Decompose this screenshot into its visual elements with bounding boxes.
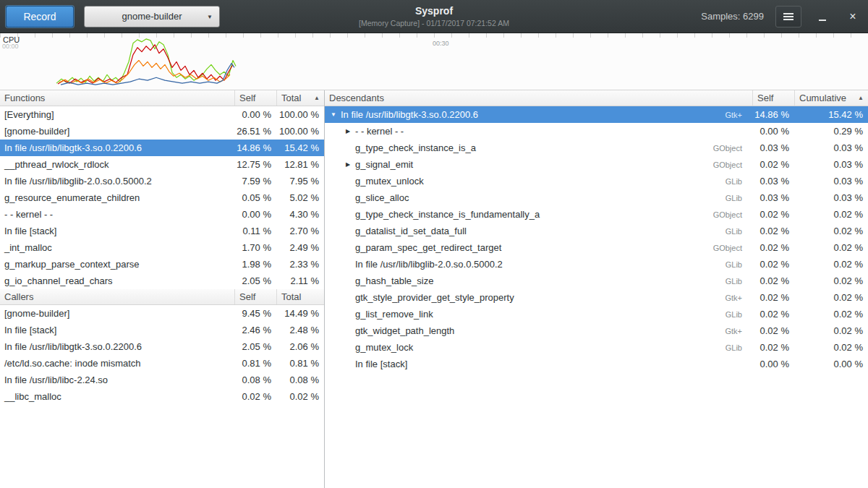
table-row[interactable]: /etc/ld.so.cache: inode mismatch0.81 %0.… <box>0 355 324 372</box>
function-name: In file /usr/lib/libgtk-3.so.0.2200.6 <box>0 142 234 153</box>
descendants-row[interactable]: gtk_style_provider_get_style_propertyGtk… <box>325 289 868 306</box>
cumulative-percent: 0.02 % <box>794 209 868 220</box>
self-percent: 0.02 % <box>752 226 794 236</box>
library-tag: Gtk+ <box>725 111 752 119</box>
cumulative-percent: 15.42 % <box>794 109 868 120</box>
table-row[interactable]: In file /usr/lib/libglib-2.0.so.0.5000.2… <box>0 173 324 189</box>
descendants-row[interactable]: g_type_check_instance_is_fundamentally_a… <box>325 206 868 223</box>
descendants-row[interactable]: g_param_spec_get_redirect_targetGObject0… <box>325 239 868 256</box>
self-percent: 0.02 % <box>752 292 794 303</box>
table-row[interactable]: _int_malloc1.70 %2.49 % <box>0 239 324 256</box>
record-button[interactable]: Record <box>6 6 74 27</box>
descendants-row[interactable]: g_type_check_instance_is_aGObject0.03 %0… <box>325 140 868 156</box>
minimize-button[interactable] <box>813 6 832 27</box>
descendants-self-column-header[interactable]: Self <box>752 90 794 106</box>
chevron-down-icon: ▼ <box>207 14 213 20</box>
descendants-row[interactable]: In file /usr/lib/libglib-2.0.so.0.5000.2… <box>325 256 868 273</box>
descendants-row[interactable]: g_list_remove_linkGLib0.02 %0.02 % <box>325 306 868 322</box>
total-percent: 4.30 % <box>276 209 324 220</box>
library-tag: GObject <box>713 244 752 252</box>
cumulative-percent: 0.03 % <box>794 192 868 203</box>
function-name: [gnome-builder] <box>0 126 234 137</box>
table-row[interactable]: g_markup_parse_context_parse1.98 %2.33 % <box>0 256 324 273</box>
functions-column-headers: Functions Self Total ▲ <box>0 90 324 106</box>
self-percent: 2.05 % <box>234 275 276 286</box>
cumulative-percent: 0.02 % <box>794 242 868 253</box>
callers-column-header[interactable]: Callers <box>0 289 234 304</box>
functions-self-column-header[interactable]: Self <box>234 90 276 106</box>
descendants-row[interactable]: ▶- - kernel - -0.00 %0.29 % <box>325 123 868 140</box>
table-row[interactable]: In file /usr/lib/libgtk-3.so.0.2200.614.… <box>0 140 324 156</box>
library-tag: GLib <box>726 260 752 269</box>
total-percent: 2.70 % <box>276 226 324 236</box>
hamburger-icon <box>783 13 793 20</box>
cumulative-percent: 0.03 % <box>794 142 868 153</box>
table-row[interactable]: __pthread_rwlock_rdlock12.75 %12.81 % <box>0 156 324 173</box>
descendants-row[interactable]: ▶g_signal_emitGObject0.02 %0.03 % <box>325 156 868 173</box>
descendants-row[interactable]: g_datalist_id_set_data_fullGLib0.02 %0.0… <box>325 223 868 239</box>
process-selector-dropdown[interactable]: gnome-builder ▼ <box>84 6 220 27</box>
table-row[interactable]: In file /usr/lib/libc-2.24.so0.08 %0.08 … <box>0 372 324 388</box>
descendants-row[interactable]: g_mutex_unlockGLib0.03 %0.03 % <box>325 173 868 189</box>
table-row[interactable]: In file /usr/lib/libgtk-3.so.0.2200.62.0… <box>0 338 324 355</box>
table-row[interactable]: - - kernel - -0.00 %4.30 % <box>0 206 324 223</box>
callers-self-column-header[interactable]: Self <box>234 289 276 304</box>
time-label-start: 00:00 <box>2 43 19 50</box>
table-row[interactable]: In file [stack]2.46 %2.48 % <box>0 322 324 338</box>
library-tag: GLib <box>726 227 752 236</box>
expander-open-icon[interactable]: ▼ <box>328 111 339 118</box>
descendants-row[interactable]: g_hash_table_sizeGLib0.02 %0.02 % <box>325 273 868 289</box>
expander-closed-icon[interactable]: ▶ <box>342 161 354 168</box>
self-percent: 0.81 % <box>234 358 276 369</box>
function-name: g_mutex_lock <box>354 342 726 353</box>
cpu-line-blue <box>61 63 234 85</box>
total-column-label: Total <box>281 93 301 103</box>
table-row[interactable]: In file [stack]0.11 %2.70 % <box>0 223 324 239</box>
function-name: In file /usr/lib/libglib-2.0.so.0.5000.2 <box>0 176 234 187</box>
descendants-row[interactable]: gtk_widget_path_lengthGtk+0.02 %0.02 % <box>325 322 868 339</box>
library-tag: GLib <box>726 277 752 286</box>
library-tag: GLib <box>726 310 752 319</box>
table-row[interactable]: [Everything]0.00 %100.00 % <box>0 106 324 123</box>
descendants-list: ▼In file /usr/lib/libgtk-3.so.0.2200.6Gt… <box>325 106 868 372</box>
function-name: - - kernel - - <box>354 126 742 137</box>
total-column-label: Total <box>281 291 301 302</box>
sysprof-window: Record gnome-builder ▼ Sysprof [Memory C… <box>0 0 868 488</box>
functions-list: [Everything]0.00 %100.00 %[gnome-builder… <box>0 106 324 289</box>
table-row[interactable]: g_resource_enumerate_children0.05 %5.02 … <box>0 189 324 206</box>
descendants-row[interactable]: In file [stack]0.00 %0.00 % <box>325 356 868 372</box>
close-button[interactable]: × <box>843 6 862 27</box>
functions-total-column-header[interactable]: Total ▲ <box>276 90 324 106</box>
cpu-graph-area[interactable]: CPU 00:00 00:30 <box>0 33 868 90</box>
descendants-row[interactable]: g_slice_allocGLib0.03 %0.03 % <box>325 189 868 206</box>
function-name: __pthread_rwlock_rdlock <box>0 159 234 170</box>
function-name: gtk_widget_path_length <box>354 325 725 336</box>
expander-closed-icon[interactable]: ▶ <box>342 128 354 134</box>
table-row[interactable]: g_io_channel_read_chars2.05 %2.11 % <box>0 273 324 289</box>
table-row[interactable]: [gnome-builder]9.45 %14.49 % <box>0 305 324 322</box>
callers-total-column-header[interactable]: Total <box>276 289 324 304</box>
table-row[interactable]: __libc_malloc0.02 %0.02 % <box>0 388 324 405</box>
function-name: g_resource_enumerate_children <box>0 192 234 203</box>
cumulative-percent: 0.29 % <box>794 126 868 137</box>
descendants-row[interactable]: ▼In file /usr/lib/libgtk-3.so.0.2200.6Gt… <box>325 106 868 123</box>
callers-column-headers: Callers Self Total <box>0 289 324 305</box>
total-percent: 2.11 % <box>276 275 324 286</box>
self-percent: 0.00 % <box>752 359 794 369</box>
descendants-cumulative-column-header[interactable]: Cumulative ▲ <box>794 90 868 106</box>
minimize-icon <box>819 20 826 21</box>
functions-column-header[interactable]: Functions <box>0 90 234 106</box>
descendants-row[interactable]: g_mutex_lockGLib0.02 %0.02 % <box>325 339 868 356</box>
main-panes: Functions Self Total ▲ [Everything]0.00 … <box>0 90 868 488</box>
table-row[interactable]: [gnome-builder]26.51 %100.00 % <box>0 123 324 140</box>
library-tag: GObject <box>713 144 752 153</box>
total-percent: 12.81 % <box>276 159 324 170</box>
menu-button[interactable] <box>775 6 801 27</box>
self-percent: 0.02 % <box>752 342 794 353</box>
right-pane: Descendants Self Cumulative ▲ ▼In file /… <box>325 90 868 488</box>
function-name: In file /usr/lib/libgtk-3.so.0.2200.6 <box>339 109 725 120</box>
self-percent: 0.00 % <box>234 209 276 220</box>
self-percent: 12.75 % <box>234 159 276 170</box>
descendants-column-header[interactable]: Descendants <box>325 90 752 106</box>
left-pane: Functions Self Total ▲ [Everything]0.00 … <box>0 90 325 488</box>
